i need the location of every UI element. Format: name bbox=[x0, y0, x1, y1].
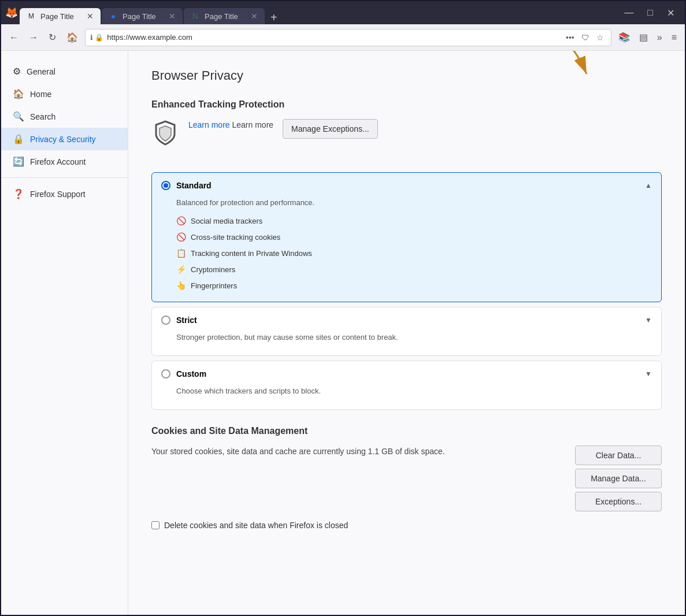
page-title: Browser Privacy bbox=[151, 68, 662, 83]
delete-cookies-label[interactable]: Delete cookies and site data when Firefo… bbox=[164, 521, 348, 530]
strict-label: Strict bbox=[176, 316, 639, 325]
standard-body: Balanced for protection and performance.… bbox=[152, 198, 661, 302]
custom-header[interactable]: Custom ▼ bbox=[152, 361, 661, 387]
cookies-row: Your stored cookies, site data and cache… bbox=[151, 446, 662, 511]
sidebar-divider bbox=[1, 177, 128, 178]
sidebar-item-search[interactable]: 🔍 Search bbox=[1, 105, 128, 128]
tab-list: M Page Title ✕ ● Page Title ✕ N Page Tit… bbox=[20, 1, 616, 24]
exceptions-button[interactable]: Exceptions... bbox=[575, 492, 662, 511]
menu-dots-button[interactable]: ••• bbox=[563, 32, 577, 43]
sidebar-item-home[interactable]: 🏠 Home bbox=[1, 83, 128, 105]
list-item: 📋 Tracking content in Private Windows bbox=[176, 245, 652, 261]
list-item: 🚫 Cross-site tracking cookies bbox=[176, 229, 652, 245]
tab-2-favicon: ● bbox=[109, 12, 118, 21]
shield-button[interactable]: 🛡 bbox=[579, 32, 592, 43]
crypto-icon: ⚡ bbox=[176, 265, 186, 274]
tracking-section-title: Enhanced Tracking Protection bbox=[151, 99, 662, 110]
sidebar-item-account[interactable]: 🔄 Firefox Account bbox=[1, 150, 128, 173]
tracking-protection-section: Enhanced Tracking Protection bbox=[151, 99, 662, 158]
question-icon: ❓ bbox=[13, 188, 24, 199]
clear-data-button[interactable]: Clear Data... bbox=[575, 446, 662, 465]
sidebar-item-privacy[interactable]: 🔒 Privacy & Security bbox=[1, 128, 128, 150]
sidebar-label-privacy: Privacy & Security bbox=[30, 135, 96, 144]
tab-2[interactable]: ● Page Title ✕ bbox=[102, 8, 183, 24]
strict-chevron-icon: ▼ bbox=[645, 316, 652, 324]
delete-cookies-checkbox[interactable] bbox=[151, 521, 160, 529]
sidebar-item-support[interactable]: ❓ Firefox Support bbox=[1, 183, 128, 205]
tab-1[interactable]: M Page Title ✕ bbox=[20, 8, 101, 24]
forward-button[interactable]: → bbox=[25, 30, 42, 45]
sidebar-label-general: General bbox=[27, 67, 55, 76]
list-item: ⚡ Cryptominers bbox=[176, 261, 652, 277]
protection-levels: Standard ▲ Balanced for protection and p… bbox=[151, 172, 662, 410]
standard-desc: Balanced for protection and performance. bbox=[176, 198, 652, 207]
url-text: https://www.example.com bbox=[107, 33, 560, 42]
sidebar-toggle-button[interactable]: ▤ bbox=[636, 29, 651, 45]
firefox-logo-icon: 🦊 bbox=[6, 7, 17, 18]
home-button[interactable]: 🏠 bbox=[63, 29, 81, 45]
sidebar-label-account: Firefox Account bbox=[30, 157, 86, 166]
list-item: 👆 Fingerprinters bbox=[176, 277, 652, 294]
hamburger-menu-button[interactable]: ≡ bbox=[668, 29, 680, 45]
bookmarks-button[interactable]: 📚 bbox=[615, 29, 633, 45]
minimize-button[interactable]: — bbox=[618, 5, 639, 21]
strict-header[interactable]: Strict ▼ bbox=[152, 307, 661, 333]
window-controls: — □ ✕ bbox=[618, 5, 680, 21]
strict-option: Strict ▼ Stronger protection, but may ca… bbox=[151, 307, 662, 356]
learn-more-link[interactable]: Learn more bbox=[188, 120, 230, 129]
standard-label: Standard bbox=[176, 181, 639, 190]
page-content: Browser Privacy Enhanced Tracking Protec… bbox=[128, 51, 685, 615]
tab-3-close[interactable]: ✕ bbox=[251, 12, 258, 21]
home-icon: 🏠 bbox=[13, 88, 24, 99]
sidebar-label-support: Firefox Support bbox=[30, 190, 86, 199]
cookies-section: Cookies and Site Data Management Your st… bbox=[151, 426, 662, 530]
custom-body: Choose which trackers and scripts to blo… bbox=[152, 387, 661, 409]
gear-icon: ⚙ bbox=[13, 66, 21, 77]
tab-2-close[interactable]: ✕ bbox=[169, 12, 176, 21]
etp-top-row: Learn more Learn more Manage Exceptions.… bbox=[151, 119, 662, 158]
sidebar-item-general[interactable]: ⚙ General bbox=[1, 60, 128, 83]
social-tracker-icon: 🚫 bbox=[176, 216, 186, 225]
main-content: ⚙ General 🏠 Home 🔍 Search 🔒 Privacy & Se… bbox=[1, 51, 685, 615]
standard-radio[interactable] bbox=[161, 181, 170, 190]
add-tab-button[interactable]: + bbox=[266, 11, 282, 24]
tab-1-label: Page Title bbox=[40, 12, 74, 21]
security-info-icon[interactable]: ℹ 🔒 bbox=[90, 34, 103, 42]
more-tools-button[interactable]: » bbox=[654, 29, 666, 45]
custom-chevron-icon: ▼ bbox=[645, 370, 652, 378]
sidebar-label-search: Search bbox=[30, 112, 55, 121]
shield-tracking-icon bbox=[151, 119, 179, 147]
content-wrapper: Browser Privacy Enhanced Tracking Protec… bbox=[151, 68, 662, 530]
tab-1-favicon: M bbox=[27, 12, 36, 21]
standard-header[interactable]: Standard ▲ bbox=[152, 173, 661, 198]
settings-sidebar: ⚙ General 🏠 Home 🔍 Search 🔒 Privacy & Se… bbox=[1, 51, 128, 615]
cookies-buttons: Clear Data... Manage Data... Exceptions.… bbox=[575, 446, 662, 511]
manage-exceptions-button[interactable]: Manage Exceptions... bbox=[283, 119, 378, 139]
strict-body: Stronger protection, but may cause some … bbox=[152, 333, 661, 355]
standard-option: Standard ▲ Balanced for protection and p… bbox=[151, 172, 662, 302]
tab-1-close[interactable]: ✕ bbox=[87, 12, 94, 21]
address-bar[interactable]: ℹ 🔒 https://www.example.com ••• 🛡 ☆ bbox=[85, 29, 611, 46]
fingerprint-icon: 👆 bbox=[176, 281, 186, 290]
strict-radio[interactable] bbox=[161, 316, 170, 325]
tab-3-label: Page Title bbox=[205, 12, 238, 21]
reload-button[interactable]: ↻ bbox=[45, 29, 60, 45]
sidebar-label-home: Home bbox=[30, 90, 51, 99]
search-icon: 🔍 bbox=[13, 111, 24, 122]
standard-chevron-icon: ▲ bbox=[645, 181, 652, 190]
custom-option: Custom ▼ Choose which trackers and scrip… bbox=[151, 361, 662, 410]
close-button[interactable]: ✕ bbox=[661, 5, 680, 21]
toolbar-actions: 📚 ▤ » ≡ bbox=[615, 29, 680, 45]
custom-radio[interactable] bbox=[161, 369, 170, 378]
maximize-button[interactable]: □ bbox=[641, 5, 659, 21]
back-button[interactable]: ← bbox=[6, 30, 22, 45]
delete-cookies-row: Delete cookies and site data when Firefo… bbox=[151, 521, 662, 530]
list-item: 🚫 Social media trackers bbox=[176, 213, 652, 229]
tab-3[interactable]: N Page Title ✕ bbox=[184, 8, 265, 24]
etp-description: Learn more Learn more bbox=[151, 119, 273, 147]
bookmark-star-button[interactable]: ☆ bbox=[594, 32, 606, 43]
manage-data-button[interactable]: Manage Data... bbox=[575, 469, 662, 488]
strict-desc: Stronger protection, but may cause some … bbox=[176, 333, 652, 342]
cookies-description: Your stored cookies, site data and cache… bbox=[151, 446, 563, 458]
private-tracker-icon: 📋 bbox=[176, 248, 186, 258]
